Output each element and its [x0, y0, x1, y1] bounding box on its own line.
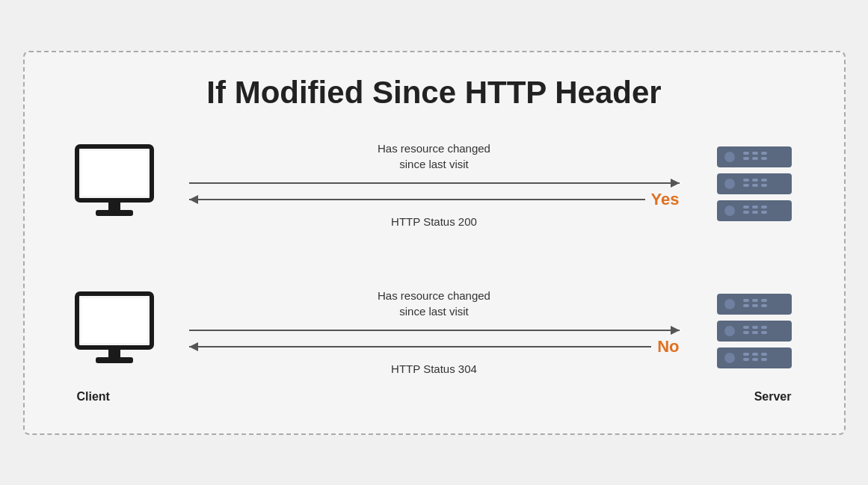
svg-rect-19 — [761, 184, 767, 187]
arrow-line-forward-1 — [189, 182, 680, 184]
svg-point-13 — [724, 179, 735, 189]
svg-rect-23 — [752, 206, 758, 208]
svg-rect-47 — [761, 331, 767, 334]
middle-section-1: Has resource changed since last visit Ye… — [174, 140, 695, 228]
svg-rect-17 — [743, 184, 749, 187]
svg-rect-9 — [743, 157, 749, 160]
bottom-labels: Client Server — [55, 390, 814, 404]
svg-rect-44 — [761, 326, 767, 329]
svg-rect-24 — [761, 206, 767, 208]
no-label: No — [657, 337, 679, 356]
svg-rect-50 — [743, 353, 749, 356]
server-section-1 — [695, 143, 814, 225]
arrow-line-back-2 — [189, 346, 652, 347]
svg-rect-11 — [761, 157, 767, 160]
server-icon-1 — [713, 143, 795, 225]
main-title: If Modified Since HTTP Header — [55, 75, 814, 111]
query-text-1: Has resource changed since last visit — [378, 140, 490, 172]
svg-point-21 — [724, 206, 735, 216]
svg-rect-42 — [743, 326, 749, 329]
svg-rect-27 — [761, 211, 767, 214]
svg-rect-35 — [752, 299, 758, 302]
svg-rect-22 — [743, 206, 749, 208]
svg-rect-18 — [752, 184, 758, 187]
svg-rect-1 — [81, 151, 147, 196]
svg-rect-39 — [761, 304, 767, 307]
svg-rect-51 — [752, 353, 758, 356]
query-text-2: Has resource changed since last visit — [378, 288, 490, 319]
svg-rect-3 — [96, 210, 133, 216]
server-section-2 — [695, 290, 814, 372]
svg-rect-52 — [761, 353, 767, 356]
svg-rect-6 — [743, 152, 749, 155]
svg-rect-2 — [108, 200, 120, 211]
svg-rect-7 — [752, 152, 758, 155]
svg-rect-34 — [743, 299, 749, 302]
svg-rect-55 — [761, 358, 767, 361]
spacer — [55, 250, 814, 265]
status-label-2: HTTP Status 304 — [189, 362, 680, 375]
svg-point-41 — [724, 326, 735, 336]
scenario-no: Has resource changed since last visit No… — [55, 288, 814, 375]
diagram-container: If Modified Since HTTP Header Has resou — [23, 51, 846, 435]
svg-rect-36 — [761, 299, 767, 302]
svg-rect-8 — [761, 152, 767, 155]
svg-point-5 — [724, 152, 735, 162]
svg-rect-46 — [752, 331, 758, 334]
svg-rect-43 — [752, 326, 758, 329]
svg-rect-54 — [752, 358, 758, 361]
arrow-line-back-1 — [189, 199, 645, 200]
scenarios-wrapper: Has resource changed since last visit Ye… — [55, 140, 814, 375]
server-icon-2 — [713, 290, 795, 372]
monitor-icon-2 — [70, 290, 159, 372]
arrow-back-2 — [189, 346, 652, 347]
svg-rect-25 — [743, 211, 749, 214]
svg-point-49 — [724, 353, 735, 363]
svg-rect-45 — [743, 331, 749, 334]
arrow-forward-2 — [189, 330, 680, 331]
arrow-forward-1 — [189, 182, 680, 184]
middle-section-2: Has resource changed since last visit No… — [174, 288, 695, 375]
svg-rect-31 — [96, 357, 133, 363]
client-section-2 — [55, 290, 174, 372]
yes-label: Yes — [651, 190, 680, 209]
svg-rect-30 — [108, 347, 120, 358]
arrow-back-1 — [189, 199, 645, 200]
svg-rect-26 — [752, 211, 758, 214]
svg-rect-16 — [761, 179, 767, 182]
arrow-line-forward-2 — [189, 330, 680, 331]
svg-rect-53 — [743, 358, 749, 361]
svg-rect-10 — [752, 157, 758, 160]
scenario-yes: Has resource changed since last visit Ye… — [55, 140, 814, 228]
client-section-1 — [55, 143, 174, 225]
monitor-icon-1 — [70, 143, 159, 225]
svg-rect-14 — [743, 179, 749, 182]
svg-point-33 — [724, 299, 735, 309]
svg-rect-29 — [81, 298, 147, 343]
svg-rect-15 — [752, 179, 758, 182]
server-label: Server — [754, 390, 792, 404]
svg-rect-37 — [743, 304, 749, 307]
status-label-1: HTTP Status 200 — [189, 215, 680, 228]
client-label: Client — [77, 390, 110, 404]
svg-rect-38 — [752, 304, 758, 307]
